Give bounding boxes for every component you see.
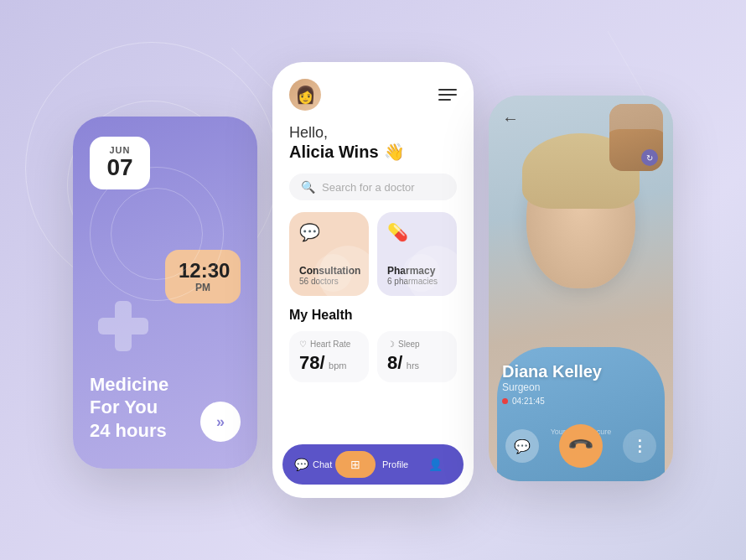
wave-emoji: 👋 xyxy=(384,142,405,162)
nav-profile[interactable]: Profile xyxy=(376,453,416,476)
heart-rate-text: Heart Rate xyxy=(310,340,350,349)
heart-rate-label: ♡ Heart Rate xyxy=(299,340,359,349)
phone-video-call: ← ↻ Diana Kelley Surgeon 04:21:45 Your c… xyxy=(489,96,673,481)
sleep-label-text: Sleep xyxy=(398,340,420,349)
tagline: Medicine For You 24 hours xyxy=(90,373,168,443)
time-value: 12:30 xyxy=(179,260,227,282)
time-card: 12:30 PM xyxy=(165,250,241,303)
nav-user[interactable]: 👤 xyxy=(415,451,455,478)
greeting-section: Hello, Alicia Wins 👋 xyxy=(272,121,474,174)
tagline-line1: Medicine xyxy=(90,373,168,397)
hamburger-line-2 xyxy=(438,94,457,96)
greeting-name-text: Alicia Wins xyxy=(289,143,379,162)
hamburger-line-1 xyxy=(438,89,457,91)
consultation-card[interactable]: 💬 Consultation 56 doctors xyxy=(289,212,369,296)
health-title: My Health xyxy=(289,308,457,323)
self-body xyxy=(609,129,663,171)
doctor-name: Diana Kelley xyxy=(502,362,602,381)
call-timer: 04:21:45 xyxy=(502,397,602,406)
search-bar[interactable]: 🔍 Search for a doctor xyxy=(289,174,457,200)
time-ampm: PM xyxy=(179,282,227,293)
consultation-icon: 💬 xyxy=(299,222,359,242)
pharmacy-card[interactable]: 💊 Pharmacy 6 pharmacies xyxy=(377,212,457,296)
heart-rate-unit: bpm xyxy=(329,360,346,371)
card-bg-shape2 xyxy=(314,254,352,292)
call-controls: 💬 📞 ⋮ xyxy=(489,424,673,468)
health-metrics: ♡ Heart Rate 78/ bpm ☽ Sleep 8/ xyxy=(289,331,457,382)
cross-shape xyxy=(98,301,148,351)
phone-medicine: JUN 07 12:30 PM Medicine For You 24 hour… xyxy=(73,117,257,469)
heart-rate-number: 78/ xyxy=(299,352,325,373)
greeting-hello: Hello, xyxy=(289,124,457,142)
greeting-name: Alicia Wins 👋 xyxy=(289,142,457,162)
nav-grid[interactable]: ⊞ xyxy=(335,451,376,478)
doctor-title: Surgeon xyxy=(502,381,602,393)
sleep-icon: ☽ xyxy=(387,340,395,349)
user-nav-icon: 👤 xyxy=(428,458,443,471)
avatar[interactable]: 👩 xyxy=(289,79,321,111)
doctor-info: Diana Kelley Surgeon 04:21:45 xyxy=(502,362,602,406)
end-call-button[interactable]: 📞 xyxy=(559,424,603,468)
sleep-card[interactable]: ☽ Sleep 8/ hrs xyxy=(377,331,457,382)
rotate-camera-icon[interactable]: ↻ xyxy=(641,149,658,166)
app-header: 👩 xyxy=(272,62,474,121)
more-options-button[interactable]: ⋮ xyxy=(623,429,656,463)
cta-button[interactable]: » xyxy=(200,402,241,442)
heart-rate-value-row: 78/ bpm xyxy=(299,352,359,374)
chat-nav-icon: 💬 xyxy=(294,458,308,471)
date-day: 07 xyxy=(106,155,132,181)
avatar-image: 👩 xyxy=(295,85,316,105)
medical-cross-icon xyxy=(98,301,148,351)
sleep-number: 8/ xyxy=(387,352,402,373)
back-button[interactable]: ← xyxy=(502,109,519,128)
date-card: JUN 07 xyxy=(90,137,150,189)
sleep-value-row: 8/ hrs xyxy=(387,352,447,374)
hamburger-line-3 xyxy=(438,99,451,101)
heart-rate-card[interactable]: ♡ Heart Rate 78/ bpm xyxy=(289,331,369,382)
more-icon: ⋮ xyxy=(632,437,647,455)
grid-nav-icon: ⊞ xyxy=(350,458,360,471)
phone1-bottom: Medicine For You 24 hours » xyxy=(90,373,241,443)
tagline-line3: 24 hours xyxy=(90,419,168,443)
phone-icon: 📞 xyxy=(567,432,596,461)
call-duration: 04:21:45 xyxy=(512,397,545,406)
chat-button[interactable]: 💬 xyxy=(505,429,539,463)
self-view: ↻ xyxy=(609,104,663,171)
search-placeholder-text: Search for a doctor xyxy=(322,181,415,194)
search-icon: 🔍 xyxy=(301,180,315,194)
recording-dot xyxy=(502,398,508,404)
phone-health-app: 👩 Hello, Alicia Wins 👋 🔍 Search for a do… xyxy=(272,62,474,498)
sleep-label: ☽ Sleep xyxy=(387,340,447,349)
pharmacy-icon: 💊 xyxy=(387,222,447,242)
hamburger-menu-button[interactable] xyxy=(438,89,457,101)
phones-container: JUN 07 12:30 PM Medicine For You 24 hour… xyxy=(73,62,673,498)
heart-icon: ♡ xyxy=(299,340,307,349)
health-section: My Health ♡ Heart Rate 78/ bpm ☽ Sleep xyxy=(272,308,474,391)
chat-icon: 💬 xyxy=(514,438,531,454)
chat-nav-label: Chat xyxy=(313,459,332,469)
tagline-line2: For You xyxy=(90,396,168,419)
bottom-nav: 💬 Chat ⊞ Profile 👤 xyxy=(282,444,464,485)
sleep-unit: hrs xyxy=(407,360,419,371)
profile-nav-label: Profile xyxy=(382,459,408,469)
service-cards: 💬 Consultation 56 doctors 💊 Pharmacy 6 p… xyxy=(272,212,474,308)
nav-chat[interactable]: 💬 Chat xyxy=(291,451,335,478)
card-bg-shape2 xyxy=(402,254,440,292)
cross-vertical xyxy=(115,301,132,351)
